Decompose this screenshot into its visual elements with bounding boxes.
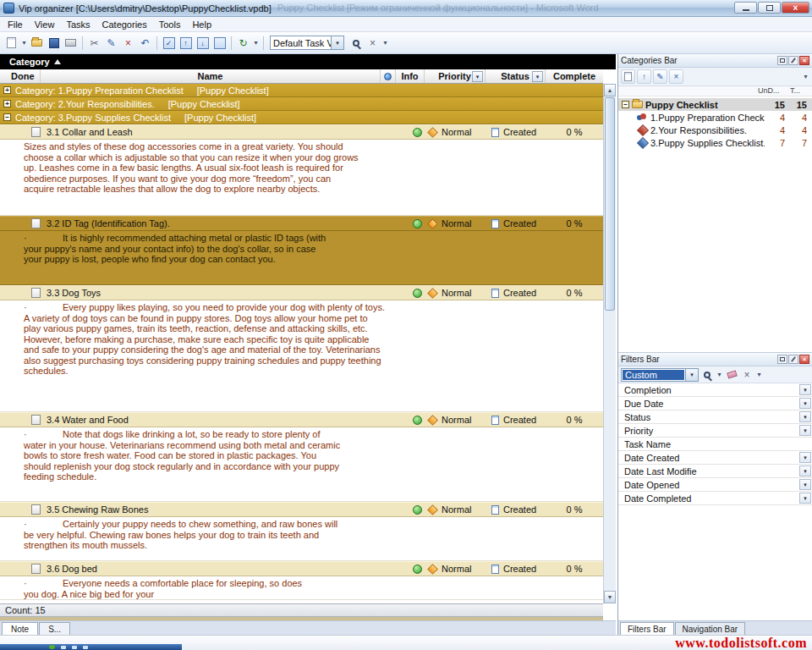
complete-cell[interactable]: 0 % <box>546 503 603 516</box>
refresh-dropdown[interactable]: ▾ <box>252 39 260 47</box>
task-checkbox[interactable] <box>31 564 41 574</box>
close-panel-button[interactable]: × <box>799 355 809 364</box>
column-icon-header[interactable] <box>381 69 396 83</box>
tree-category-row[interactable]: 2.Your Responsibilities. 4 4 <box>618 124 812 136</box>
task-checkbox[interactable] <box>31 218 41 229</box>
tab-second[interactable]: S... <box>39 622 70 635</box>
task-name[interactable]: 3.3 Dog Toys <box>41 286 381 300</box>
move-task-up-button[interactable]: ↑ <box>178 35 194 51</box>
status-cell[interactable]: Created <box>486 217 546 230</box>
move-task-down-button[interactable]: ↓ <box>195 35 211 51</box>
task-info-button[interactable] <box>211 35 228 51</box>
task-row[interactable]: 3.5 Chewing Raw Bones Normal Created 0 % <box>0 502 603 517</box>
vertical-scrollbar[interactable]: ▲ ▼ <box>603 84 616 603</box>
task-row[interactable]: 3.6 Dog bed Normal Created 0 % <box>0 561 603 576</box>
task-name[interactable]: 3.2 ID Tag (Identification Tag). <box>41 217 381 230</box>
tab-note[interactable]: Note <box>2 622 38 635</box>
status-cell[interactable]: Created <box>486 286 546 300</box>
priority-filter-dropdown[interactable]: ▾ <box>472 71 483 82</box>
column-total[interactable]: T... <box>790 86 812 96</box>
filter-preset-dropdown[interactable]: ▾ <box>685 369 698 381</box>
expand-icon[interactable]: + <box>3 86 11 94</box>
task-name[interactable]: 3.4 Water and Food <box>41 413 381 427</box>
tab-navigation-bar[interactable]: Navigation Bar <box>675 622 746 635</box>
filter-row-date-opened[interactable]: Date Opened▾ <box>618 478 812 492</box>
column-complete[interactable]: Complete <box>546 69 603 83</box>
menu-tools[interactable]: Tools <box>153 18 187 31</box>
expand-icon[interactable]: + <box>3 100 11 107</box>
status-cell[interactable]: Created <box>486 562 546 576</box>
task-name[interactable]: 3.1 Collar and Leash <box>41 125 381 139</box>
task-checkbox[interactable] <box>31 127 41 137</box>
task-name[interactable]: 3.5 Chewing Raw Bones <box>41 503 381 516</box>
undo-button[interactable]: ↶ <box>137 35 153 51</box>
filter-row-date-completed[interactable]: Date Completed▾ <box>618 492 812 505</box>
priority-cell[interactable]: Normal <box>425 286 486 300</box>
task-row[interactable]: 3.1 Collar and Leash Normal Created 0 % <box>0 124 603 140</box>
column-undone[interactable]: UnD... <box>758 86 790 96</box>
column-priority[interactable]: Priority ▾ <box>425 69 486 83</box>
priority-cell[interactable]: Normal <box>425 217 486 230</box>
clear-filter-button[interactable] <box>725 368 738 382</box>
find-tasks-button[interactable] <box>348 35 364 51</box>
tree-root-row[interactable]: − Puppy Checklist 15 15 <box>618 98 812 111</box>
minimize-button[interactable] <box>734 2 757 14</box>
task-row[interactable]: 3.3 Dog Toys Normal Created 0 % <box>0 285 603 300</box>
filter-row-priority[interactable]: Priority▾ <box>618 424 812 438</box>
scroll-down-arrow[interactable]: ▼ <box>604 591 616 603</box>
filter-value-dropdown[interactable]: ▾ <box>799 384 811 395</box>
new-task-button[interactable] <box>3 35 19 51</box>
status-filter-dropdown[interactable]: ▾ <box>532 71 543 82</box>
priority-cell[interactable]: Normal <box>425 125 486 139</box>
categories-more-dropdown[interactable]: ▾ <box>802 73 809 80</box>
column-info[interactable]: Info <box>396 69 425 83</box>
filter-row-status[interactable]: Status▾ <box>618 410 812 424</box>
category-row-3[interactable]: − Category: 3.Puppy Supplies Checklist [… <box>0 111 603 124</box>
filter-value-dropdown[interactable]: ▾ <box>799 398 811 409</box>
task-checkbox[interactable] <box>31 415 41 425</box>
category-row-1[interactable]: + Category: 1.Puppy Preparation Checklis… <box>0 84 603 97</box>
task-view-dropdown[interactable]: ▾ <box>331 36 343 49</box>
tree-category-row[interactable]: 1.Puppy Preparation Checklist 4 4 <box>618 111 812 124</box>
pin-panel-button[interactable] <box>788 56 798 65</box>
task-checkbox[interactable] <box>31 288 41 298</box>
edit-task-button[interactable]: ✎ <box>103 35 119 51</box>
filters-more-dropdown[interactable]: ▾ <box>755 371 763 378</box>
column-done[interactable]: Done <box>0 69 41 83</box>
task-view-combobox[interactable]: Default Task V ▾ <box>270 36 344 50</box>
column-name[interactable]: Name <box>41 69 381 83</box>
delete-task-button[interactable]: × <box>120 35 136 51</box>
tab-filters-bar[interactable]: Filters Bar <box>620 622 674 635</box>
menu-categories[interactable]: Categories <box>96 18 153 31</box>
float-panel-button[interactable] <box>777 56 787 65</box>
move-category-up-button[interactable]: ↑ <box>637 69 651 84</box>
complete-cell[interactable]: 0 % <box>546 562 603 576</box>
new-task-dropdown[interactable]: ▾ <box>20 39 28 47</box>
menu-help[interactable]: Help <box>186 18 217 31</box>
filter-preset-combobox[interactable]: Custom ▾ <box>621 368 699 382</box>
collapse-icon[interactable]: − <box>622 101 629 108</box>
status-cell[interactable]: Created <box>486 125 546 139</box>
priority-cell[interactable]: Normal <box>425 562 486 576</box>
task-row-selected[interactable]: 3.2 ID Tag (Identification Tag). Normal … <box>0 216 603 231</box>
filter-value-dropdown[interactable]: ▾ <box>799 452 811 463</box>
task-name[interactable]: 3.6 Dog bed <box>41 562 381 576</box>
scroll-up-arrow[interactable]: ▲ <box>604 84 616 96</box>
float-panel-button[interactable] <box>777 355 787 364</box>
complete-cell[interactable]: 0 % <box>546 286 603 300</box>
menu-view[interactable]: View <box>29 18 61 31</box>
delete-filter-button[interactable]: × <box>740 368 754 382</box>
filter-value-dropdown[interactable]: ▾ <box>799 479 811 490</box>
pin-panel-button[interactable] <box>788 355 798 364</box>
filter-row-due-date[interactable]: Due Date▾ <box>618 397 812 410</box>
filter-row-date-last-modified[interactable]: Date Last Modifie▾ <box>618 465 812 478</box>
save-button[interactable] <box>46 35 62 51</box>
status-cell[interactable]: Created <box>486 413 546 427</box>
complete-cell[interactable]: 0 % <box>546 125 603 139</box>
scrollbar-thumb[interactable] <box>605 97 615 311</box>
task-checkbox[interactable] <box>31 504 41 515</box>
filter-value-dropdown[interactable]: ▾ <box>799 465 811 476</box>
menu-file[interactable]: File <box>2 18 29 31</box>
category-row-2[interactable]: + Category: 2.Your Responsibilities. [Pu… <box>0 97 603 111</box>
complete-cell[interactable]: 0 % <box>546 413 603 427</box>
